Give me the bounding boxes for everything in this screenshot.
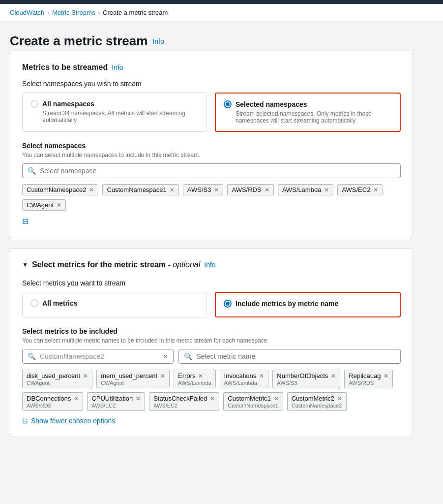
page-title: Create a metric stream Info	[10, 33, 413, 49]
remove-aws-s3[interactable]: ✕	[214, 187, 219, 193]
remove-dbconnections[interactable]: ✕	[74, 395, 79, 402]
metrics-to-be-streamed-info-link[interactable]: Info	[112, 63, 123, 71]
collapse-triangle-icon[interactable]: ▼	[22, 261, 28, 268]
tag-aws-ec2: AWS/EC2 ✕	[337, 184, 383, 195]
breadcrumb-current: Create a metric stream	[103, 9, 168, 16]
tag-cwagent: CWAgent ✕	[22, 199, 66, 211]
select-metrics-want-label: Select metrics you want to stream	[22, 279, 401, 287]
tag-dbconnections: DBConnections ✕ AWS/RDS	[22, 392, 83, 411]
namespace-filter-wrapper: 🔍 ✕	[22, 349, 174, 364]
breadcrumb-chevron-2: ›	[98, 10, 100, 16]
selected-namespaces-radio[interactable]	[224, 100, 232, 108]
all-namespaces-desc: Stream 34 namespaces. All metrics will s…	[30, 110, 199, 124]
breadcrumb: CloudWatch › Metric Streams › Create a m…	[0, 4, 443, 22]
all-namespaces-option[interactable]: All namespaces Stream 34 namespaces. All…	[22, 93, 207, 132]
metrics-to-be-streamed-card: Metrics to be streamed Info Select names…	[10, 51, 413, 238]
tag-cpuutilization: CPUUtilization ✕ AWS/EC2	[87, 392, 145, 411]
select-namespaces-field-label: Select namespaces	[22, 142, 401, 150]
tag-custommetric2: CustomMetric2 ✕ CustomNamespace2	[287, 392, 347, 411]
tag-custommetric1: CustomMetric1 ✕ CustomNamespace1	[223, 392, 283, 411]
breadcrumb-cloudwatch[interactable]: CloudWatch	[10, 9, 44, 16]
remove-custommetric2[interactable]: ✕	[337, 395, 342, 402]
remove-disk-used-percent[interactable]: ✕	[83, 373, 88, 379]
remove-customnamespace2[interactable]: ✕	[89, 187, 94, 193]
namespace-filter-search-icon: 🔍	[28, 352, 36, 360]
select-metrics-card: ▼ Select metrics for the metric stream -…	[10, 248, 413, 437]
remove-aws-ec2[interactable]: ✕	[373, 187, 378, 193]
remove-mem-used-percent[interactable]: ✕	[160, 373, 165, 379]
namespace-search-icon: 🔍	[28, 167, 36, 175]
tag-replicalag: ReplicaLag ✕ AWS/RDS	[344, 370, 393, 388]
tag-aws-s3: AWS/S3 ✕	[183, 184, 224, 195]
all-namespaces-label: All namespaces	[42, 100, 94, 108]
remove-cpuutilization[interactable]: ✕	[136, 395, 141, 402]
tag-statuscheckfailed: StatusCheckFailed ✕ AWS/EC2	[149, 392, 219, 411]
show-fewer-button[interactable]: ⊟ Show fewer chosen options	[22, 417, 401, 425]
show-fewer-icon: ⊟	[22, 417, 28, 425]
remove-custommetric1[interactable]: ✕	[274, 395, 279, 402]
remove-replicalag[interactable]: ✕	[384, 373, 388, 379]
tag-disk-used-percent: disk_used_percent ✕ CWAgent	[22, 370, 92, 388]
tag-aws-rds: AWS/RDS ✕	[227, 184, 273, 195]
tag-numberofobjects: NumberOfObjects ✕ AWS/S3	[272, 370, 340, 388]
metric-name-search-icon: 🔍	[184, 352, 192, 360]
all-namespaces-radio[interactable]	[30, 100, 38, 108]
metric-name-filter-wrapper: 🔍	[178, 349, 401, 364]
all-metrics-option[interactable]: All metrics	[22, 292, 207, 317]
remove-aws-rds[interactable]: ✕	[265, 187, 269, 193]
remove-cwagent[interactable]: ✕	[57, 202, 61, 209]
remove-statuscheckfailed[interactable]: ✕	[210, 395, 215, 402]
include-by-name-option[interactable]: Include metrics by metric name	[215, 292, 401, 317]
metric-name-filter-input[interactable]	[196, 352, 395, 360]
metrics-radio-options: All metrics Include metrics by metric na…	[22, 292, 401, 317]
select-namespaces-field-sub: You can select multiple namespaces to in…	[22, 152, 401, 158]
namespace-tags-container: CustomNamespace2 ✕ CustomNamespace1 ✕ AW…	[22, 184, 401, 211]
namespace-search-wrapper: 🔍	[22, 163, 401, 178]
tag-mem-used-percent: mem_used_percent ✕ CWAgent	[96, 370, 170, 388]
all-metrics-label: All metrics	[42, 299, 78, 307]
select-namespaces-label: Select namespaces you wish to stream	[22, 80, 401, 88]
selected-namespaces-desc: Stream selected namespaces. Only metrics…	[224, 110, 392, 124]
remove-customnamespace1[interactable]: ✕	[170, 187, 175, 193]
remove-errors[interactable]: ✕	[198, 373, 203, 379]
namespace-radio-options: All namespaces Stream 34 namespaces. All…	[22, 93, 401, 132]
select-metrics-info-link[interactable]: Info	[204, 261, 215, 269]
tag-customnamespace2: CustomNamespace2 ✕	[22, 184, 98, 195]
tag-aws-lambda: AWS/Lambda ✕	[278, 184, 334, 195]
include-by-name-radio[interactable]	[224, 300, 232, 308]
remove-numberofobjects[interactable]: ✕	[331, 373, 336, 379]
select-metrics-title: Select metrics for the metric stream - o…	[32, 260, 200, 269]
remove-aws-lambda[interactable]: ✕	[324, 187, 329, 193]
namespace-collapse-icon[interactable]: ⊟	[22, 217, 29, 225]
selected-namespaces-option[interactable]: Selected namespaces Stream selected name…	[215, 93, 401, 132]
remove-invocations[interactable]: ✕	[259, 373, 264, 379]
metric-tags-container: disk_used_percent ✕ CWAgent mem_used_per…	[22, 370, 401, 411]
optional-text: optional	[173, 260, 200, 269]
tag-invocations: Invocations ✕ AWS/Lambda	[220, 370, 269, 388]
breadcrumb-chevron-1: ›	[47, 10, 49, 16]
namespace-search-input[interactable]	[40, 167, 395, 175]
select-metrics-included-sub: You can select multiple metric names to …	[22, 337, 401, 344]
tag-customnamespace1: CustomNamespace1 ✕	[102, 184, 178, 195]
card-title-metrics-to-be-streamed: Metrics to be streamed Info	[22, 63, 401, 72]
breadcrumb-metric-streams[interactable]: Metric Streams	[52, 9, 95, 16]
select-metrics-included-label: Select metrics to be included	[22, 327, 401, 335]
select-metrics-header: ▼ Select metrics for the metric stream -…	[22, 260, 401, 269]
include-by-name-label: Include metrics by metric name	[236, 300, 338, 308]
tag-errors: Errors ✕ AWS/Lambda	[174, 370, 215, 388]
page-info-link[interactable]: Info	[152, 37, 164, 45]
namespace-filter-input[interactable]	[40, 352, 163, 360]
top-bar	[0, 0, 443, 4]
all-metrics-radio[interactable]	[30, 299, 38, 307]
namespace-filter-clear[interactable]: ✕	[163, 353, 168, 360]
show-fewer-label: Show fewer chosen options	[31, 417, 115, 425]
selected-namespaces-label: Selected namespaces	[236, 100, 307, 108]
metrics-search-row: 🔍 ✕ 🔍	[22, 349, 401, 364]
